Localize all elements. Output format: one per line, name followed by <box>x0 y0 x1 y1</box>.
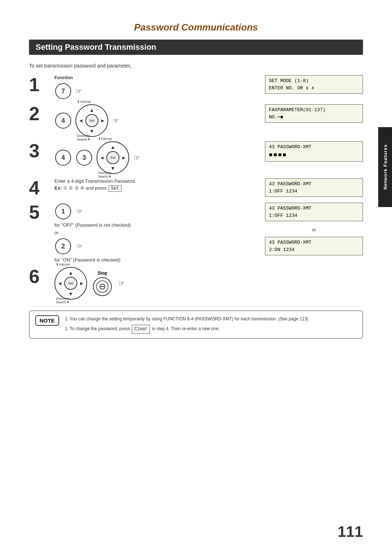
step-1-lcd-line1: SET MODE (1-8) <box>269 77 359 85</box>
step-3-lcd-box: 43 PASSWORD-XMT ■■■■ <box>265 141 363 162</box>
nav-down-icon-6: ▼ <box>68 291 73 297</box>
step-4-left: Enter a 4-digit Transmission Password. E… <box>54 178 258 192</box>
step-5-row: 5 1 ☞ for "OFF" (Password is not checked… <box>29 203 363 263</box>
note-content: 1. You can change the setting temporaril… <box>65 315 309 334</box>
step-3-left: 4 3 ▲ ▼ ◄ ► Set ⬆Volume DirectorySearch▼ <box>54 141 258 174</box>
finger-icon-2: ☞ <box>113 116 119 125</box>
stop-inner <box>96 280 109 293</box>
nav-center-set-6[interactable]: Set <box>64 277 77 290</box>
step-5-opt1-text: for "OFF" (Password is not checked) <box>54 222 258 228</box>
section-header: Setting Password Transmission <box>29 40 363 55</box>
btn-3-step3[interactable]: 3 <box>76 150 92 166</box>
dir-label-3: DirectorySearch▼ <box>98 171 111 178</box>
nav-dial-step6[interactable]: ▲ ▼ ◄ ► Set ⬆Volume DirectorySearch▼ <box>54 267 87 300</box>
step-5-opt2-text: for "ON" (Password is checked) <box>54 257 258 263</box>
nav-left-icon-3: ◄ <box>99 155 105 161</box>
finger-icon-5b: ☞ <box>76 242 83 251</box>
step-5-lcd2-line2: 2:ON 1234 <box>269 246 359 254</box>
step-2-lcd-line2: NO.=■ <box>269 114 359 121</box>
step-4-ex: Ex: ① ② ③ ④ and press Set <box>54 185 258 192</box>
step-6-body: ▲ ▼ ◄ ► Set ⬆Volume DirectorySearch▼ Sto… <box>54 267 363 300</box>
dir-label: DirectorySearch▼ <box>77 134 90 141</box>
step-1-row: 1 Function 7 ☞ SET MODE (1-8) ENTER NO. … <box>29 75 363 100</box>
nav-down-icon-3: ▼ <box>110 165 115 171</box>
btn-7[interactable]: 7 <box>55 83 71 99</box>
btn-1-step5[interactable]: 1 <box>55 203 71 219</box>
clear-button[interactable]: Clear <box>132 325 150 333</box>
step-2-lcd-line1: FAXPARAMETER(01-137) <box>269 106 359 114</box>
dir-label-6: DirectorySearch▼ <box>56 297 69 304</box>
step-3-body: 4 3 ▲ ▼ ◄ ► Set ⬆Volume DirectorySearch▼ <box>54 141 363 174</box>
finger-icon-1: ☞ <box>75 87 82 96</box>
volume-label-3: ⬆Volume <box>98 137 112 141</box>
step-5-left: 1 ☞ for "OFF" (Password is not checked) … <box>54 203 258 263</box>
step-2-left: 4 ▲ ▼ ◄ ► Set ⬆Volume DirectorySearch▼ ☞ <box>54 104 258 137</box>
step-3-lcd-line1: 43 PASSWORD-XMT <box>269 143 359 151</box>
note-box: NOTE 1. You can change the setting tempo… <box>29 311 363 339</box>
step-4-number: 4 <box>29 178 54 197</box>
page-title: Password Communications <box>29 22 363 33</box>
ex-label: Ex: ① ② ③ ④ and press <box>54 185 108 191</box>
step-3-row: 3 4 3 ▲ ▼ ◄ ► Set ⬆Volume DirectorySe <box>29 141 363 174</box>
step-2-row: 2 4 ▲ ▼ ◄ ► Set ⬆Volume DirectorySearch▼ <box>29 104 363 137</box>
side-tab-label: Network Features <box>383 144 388 190</box>
step-1-lcd-box: SET MODE (1-8) ENTER NO. OR ∨ ∧ <box>265 75 363 94</box>
step-4-body: Enter a 4-digit Transmission Password. E… <box>54 178 363 198</box>
step-1-lcd: SET MODE (1-8) ENTER NO. OR ∨ ∧ <box>265 75 363 95</box>
nav-left-icon: ◄ <box>78 118 83 123</box>
function-label: Function <box>54 75 73 80</box>
step-3-lcd: 43 PASSWORD-XMT ■■■■ <box>265 141 363 163</box>
step-1-left: Function 7 ☞ <box>54 75 258 100</box>
step-5-option1: 1 ☞ <box>54 203 258 220</box>
finger-icon-6: ☞ <box>118 279 125 288</box>
nav-right-icon: ► <box>100 118 105 123</box>
set-button[interactable]: Set <box>109 185 122 192</box>
nav-dial-step3[interactable]: ▲ ▼ ◄ ► Set ⬆Volume DirectorySearch▼ <box>97 141 129 174</box>
volume-label: ⬆Volume <box>77 100 91 104</box>
nav-up-icon-3: ▲ <box>110 144 115 150</box>
nav-center-set-3[interactable]: Set <box>106 151 119 164</box>
step-4-desc1: Enter a 4-digit Transmission Password. <box>54 178 258 184</box>
step-4-row: 4 Enter a 4-digit Transmission Password.… <box>29 178 363 198</box>
step-5-body: 1 ☞ for "OFF" (Password is not checked) … <box>54 203 363 263</box>
nav-left-icon-6: ◄ <box>57 280 62 286</box>
page-container: Network Features Password Communications… <box>0 0 392 555</box>
step-5-lcd1: 43 PASSWORD-XMT 1:OFF 1234 <box>265 203 363 221</box>
note-label: NOTE <box>35 315 59 326</box>
step-6-number: 6 <box>29 267 54 286</box>
finger-icon-5a: ☞ <box>76 207 83 216</box>
nav-right-icon-3: ► <box>121 155 126 161</box>
page-number: 111 <box>338 523 363 540</box>
step-1-controls: Function 7 ☞ <box>54 75 258 100</box>
nav-dial-step2[interactable]: ▲ ▼ ◄ ► Set ⬆Volume DirectorySearch▼ <box>75 104 108 137</box>
stop-button[interactable] <box>93 277 112 296</box>
nav-center-set[interactable]: Set <box>85 114 98 127</box>
step-1-number: 1 <box>29 75 54 94</box>
step-3-lcd-squares: ■■■■ <box>269 151 359 159</box>
step-5-lcds: 43 PASSWORD-XMT 1:OFF 1234 or 43 PASSWOR… <box>265 203 363 257</box>
step-5-option2: 2 ☞ <box>54 238 258 255</box>
volume-label-6: ⬆Volume <box>56 263 70 266</box>
step-2-lcd-box: FAXPARAMETER(01-137) NO.=■ <box>265 104 363 123</box>
step-2-number: 2 <box>29 104 54 123</box>
btn-2-step5[interactable]: 2 <box>55 238 71 254</box>
step-5-lcd2-line1: 43 PASSWORD-XMT <box>269 239 359 246</box>
stop-symbol-icon <box>99 283 106 290</box>
stop-label: Stop <box>98 271 107 276</box>
nav-right-icon-6: ► <box>79 280 84 286</box>
step-4-lcd: 43 PASSWORD-XMT 1:OFF 1234 <box>265 178 363 198</box>
step-4-lcd-box: 43 PASSWORD-XMT 1:OFF 1234 <box>265 178 363 197</box>
step-6-row: 6 ▲ ▼ ◄ ► Set ⬆Volume DirectorySearch▼ <box>29 267 363 300</box>
nav-up-icon-6: ▲ <box>68 270 73 276</box>
or-text-lcd: or <box>265 227 363 232</box>
btn-4-step2[interactable]: 4 <box>55 113 71 129</box>
btn-4-step3[interactable]: 4 <box>55 150 71 166</box>
step-5-lcd2: 43 PASSWORD-XMT 2:ON 1234 <box>265 237 363 255</box>
step-6-left: ▲ ▼ ◄ ► Set ⬆Volume DirectorySearch▼ Sto… <box>54 267 258 300</box>
note-line2: 1. To change the password, press Clear i… <box>65 325 309 333</box>
nav-down-icon: ▼ <box>89 128 94 134</box>
note-line1: 1. You can change the setting temporaril… <box>65 315 309 323</box>
step-4-lcd-line2: 1:OFF 1234 <box>269 188 359 195</box>
or-text-5: or <box>54 230 258 235</box>
step-2-lcd: FAXPARAMETER(01-137) NO.=■ <box>265 104 363 124</box>
